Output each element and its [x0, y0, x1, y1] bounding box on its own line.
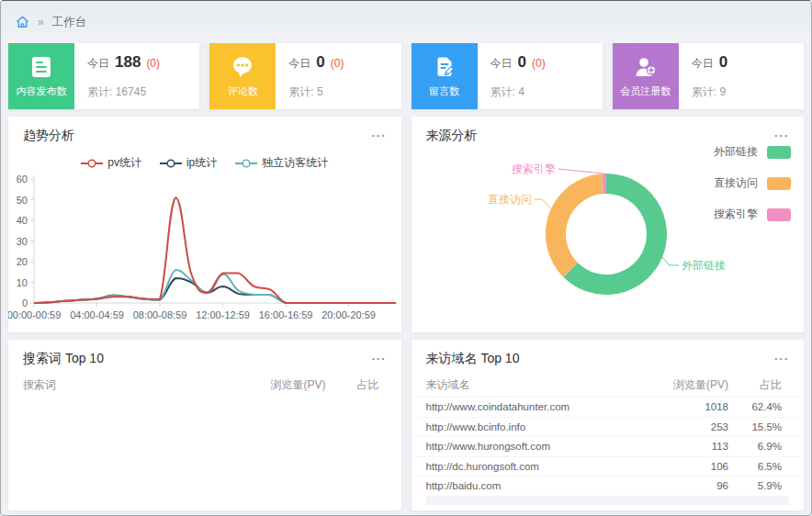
- total-value: 5: [317, 85, 323, 98]
- svg-text:外部链接: 外部链接: [682, 259, 726, 272]
- trend-chart-legend: pv统计 ip统计 独立访客统计: [8, 155, 401, 171]
- column-header: 浏览量(PV): [216, 377, 326, 393]
- legend-label: 外部链接: [714, 144, 758, 160]
- stat-card-label: 评论数: [228, 84, 258, 98]
- pv-cell: 253: [618, 421, 728, 432]
- today-delta: (0): [146, 57, 160, 70]
- today-label: 今日: [288, 56, 310, 72]
- legend-swatch: [767, 177, 791, 190]
- message-edit-icon: [432, 54, 457, 80]
- pv-cell: 113: [618, 441, 728, 452]
- svg-text:0: 0: [22, 297, 28, 308]
- domain-cell: http://baidu.com: [426, 480, 619, 491]
- table-row: http://dc.hurongsoft.com 106 6.5%: [412, 456, 805, 477]
- breadcrumb-current: 工作台: [52, 15, 87, 30]
- legend-item[interactable]: 独立访客统计: [235, 155, 328, 171]
- tables-row: 搜索词 Top 10 ··· 搜索词 浏览量(PV) 占比 来访域名 Top 1…: [8, 340, 804, 510]
- legend-line-marker: [160, 159, 182, 168]
- total-label: 累计:: [87, 85, 112, 98]
- home-icon[interactable]: [16, 16, 29, 28]
- legend-label: pv统计: [107, 155, 141, 171]
- column-header: 搜索词: [23, 377, 216, 393]
- svg-text:40: 40: [17, 215, 28, 226]
- legend-line-marker: [81, 159, 103, 168]
- more-menu-button[interactable]: ···: [774, 131, 789, 140]
- card-title: 来访域名 Top 10: [426, 351, 520, 367]
- ratio-cell: 15.5%: [728, 421, 782, 432]
- stat-icon-block: 内容发布数: [8, 43, 74, 109]
- svg-text:30: 30: [17, 236, 28, 247]
- ratio-cell: 6.5%: [728, 461, 782, 472]
- svg-text:60: 60: [17, 174, 28, 185]
- pv-cell: 1018: [618, 401, 728, 412]
- table-row: http://baidu.com 96 5.9%: [412, 476, 805, 496]
- svg-text:50: 50: [17, 195, 28, 206]
- stat-icon-block: 会员注册数: [613, 43, 679, 109]
- total-value: 16745: [116, 85, 146, 98]
- legend-label: 搜索引擎: [714, 207, 758, 222]
- source-analysis-card: 外部链接直接访问搜索引擎 来源分析 ··· 外部链接 直接访问 搜索引擎: [412, 117, 805, 332]
- total-value: 9: [719, 85, 726, 98]
- svg-text:10: 10: [17, 277, 28, 288]
- legend-label: 独立访客统计: [262, 155, 328, 171]
- stat-card-member-signups: 会员注册数 今日 0 累计: 9: [613, 43, 804, 109]
- stat-card-content-publish: 内容发布数 今日 188 (0) 累计: 16745: [8, 43, 199, 109]
- stat-card-label: 留言数: [429, 84, 459, 98]
- table-row: http://www.bcinfo.info 253 15.5%: [412, 417, 805, 437]
- legend-item[interactable]: 外部链接: [714, 144, 791, 160]
- domain-cell: http://www.hurongsoft.com: [426, 441, 619, 452]
- svg-text:00:00-00:59: 00:00-00:59: [8, 309, 61, 320]
- charts-row: 趋势分析 ··· pv统计 ip统计 独立访客统计 01020304050600…: [8, 117, 804, 332]
- legend-item[interactable]: 直接访问: [714, 175, 791, 191]
- more-menu-button[interactable]: ···: [372, 131, 387, 140]
- svg-text:04:00-04:59: 04:00-04:59: [70, 309, 124, 320]
- column-header: 占比: [728, 377, 782, 393]
- document-lines-icon: [28, 54, 54, 80]
- total-label: 累计:: [288, 85, 313, 98]
- svg-text:08:00-08:59: 08:00-08:59: [133, 309, 187, 320]
- more-menu-button[interactable]: ···: [372, 354, 387, 364]
- stat-card-label: 会员注册数: [620, 84, 671, 98]
- legend-label: 直接访问: [714, 175, 758, 191]
- svg-text:搜索引擎: 搜索引擎: [512, 163, 556, 175]
- today-value: 0: [719, 53, 727, 72]
- stat-icon-block: 留言数: [412, 43, 478, 109]
- svg-text:16:00-16:59: 16:00-16:59: [259, 309, 313, 320]
- visiting-domains-card: 来访域名 Top 10 ··· 来访域名 浏览量(PV) 占比 http://w…: [412, 340, 805, 510]
- svg-text:20: 20: [17, 256, 28, 267]
- ratio-cell: 6.9%: [728, 441, 782, 452]
- svg-text:直接访问: 直接访问: [488, 193, 532, 206]
- today-label: 今日: [491, 56, 513, 72]
- stat-card-label: 内容发布数: [17, 84, 67, 98]
- comment-dots-icon: [230, 54, 255, 80]
- table-header: 搜索词 浏览量(PV) 占比: [8, 373, 401, 397]
- legend-line-marker: [235, 159, 257, 168]
- total-label: 累计:: [692, 85, 716, 98]
- legend-swatch: [767, 146, 791, 159]
- table-header: 来访域名 浏览量(PV) 占比: [412, 373, 805, 397]
- legend-item[interactable]: 搜索引擎: [714, 207, 791, 222]
- column-header: 浏览量(PV): [618, 377, 728, 393]
- stat-card-messages: 留言数 今日 0 (0) 累计: 4: [412, 43, 603, 109]
- card-title: 来源分析: [426, 128, 478, 144]
- today-label: 今日: [692, 56, 714, 72]
- trend-line-chart: 010203040506000:00-00:5904:00-04:5908:00…: [8, 170, 401, 332]
- dashboard-root: » 工作台 内容发布数 今日 188 (: [0, 0, 812, 516]
- table-row-empty: [426, 496, 790, 505]
- card-title: 搜索词 Top 10: [23, 351, 104, 367]
- domain-table-body: http://www.coindatahunter.com 1018 62.4%…: [412, 397, 805, 496]
- breadcrumb: » 工作台: [1, 1, 811, 43]
- today-label: 今日: [87, 56, 109, 72]
- card-title: 趋势分析: [23, 128, 74, 144]
- table-row: http://www.coindatahunter.com 1018 62.4%: [412, 397, 805, 417]
- ratio-cell: 5.9%: [728, 480, 782, 491]
- today-value: 188: [115, 53, 141, 72]
- legend-item[interactable]: ip统计: [160, 155, 217, 171]
- pv-cell: 106: [618, 461, 728, 472]
- pv-cell: 96: [618, 480, 728, 491]
- breadcrumb-separator: »: [38, 16, 44, 28]
- stat-card-comments: 评论数 今日 0 (0) 累计: 5: [209, 43, 400, 109]
- more-menu-button[interactable]: ···: [774, 354, 789, 364]
- legend-item[interactable]: pv统计: [81, 155, 141, 171]
- user-plus-icon: [633, 54, 659, 80]
